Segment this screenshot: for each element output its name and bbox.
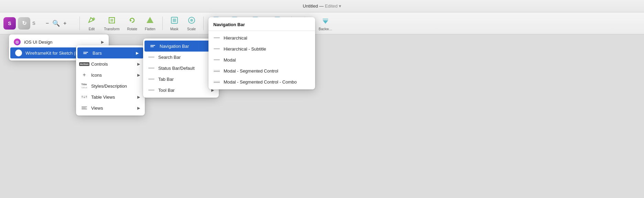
controls-label: Controls — [91, 62, 134, 67]
flatten-tool[interactable]: Flatten — [141, 14, 159, 32]
search-bar-icon — [148, 54, 155, 60]
wireframe-pink-icon: ◎ — [15, 50, 22, 56]
table-views-icon — [81, 94, 88, 100]
icons-item[interactable]: + Icons ▶ — [76, 69, 145, 80]
modal-icon — [213, 56, 220, 63]
main-toolbar: S ↻ S − 🔍 + Edit Transform — [0, 12, 644, 34]
modal-segmented-combo-item[interactable]: Modal - Segmented Control - Combo — [208, 76, 315, 87]
navigation-bar-icon — [149, 43, 156, 50]
action-badge: Action — [79, 62, 90, 66]
bars-menu-icon — [82, 50, 89, 56]
search-bar-item[interactable]: Search Bar ▶ — [143, 52, 219, 63]
hierarchical-subtitle-icon — [213, 45, 220, 52]
zoom-minus-button[interactable]: − — [44, 20, 50, 27]
modal-segmented-combo-double-icon — [214, 81, 220, 83]
views-lines-icon — [82, 107, 87, 109]
transform-icon — [107, 15, 117, 26]
edit-icon — [87, 15, 96, 26]
hierarchical-subtitle-label: Hierarchical - Subtitle — [224, 46, 310, 52]
status-bar-line-icon — [148, 68, 154, 68]
svg-marker-4 — [147, 17, 153, 23]
tool-bar-item[interactable]: Tool Bar ▶ — [143, 85, 219, 96]
controls-icon: Action — [81, 60, 88, 67]
styles-label: Styles/Description — [91, 84, 140, 89]
title-chevron[interactable]: ▾ — [339, 3, 341, 9]
nav-bar-header-label: Navigation Bar — [213, 22, 310, 27]
ios-design-label: iOS UI Design — [24, 40, 98, 45]
modal-segmented-combo-icon — [213, 78, 220, 85]
tool-bar-line-icon — [148, 90, 154, 90]
zoom-plus-button[interactable]: + — [62, 20, 68, 27]
svg-rect-22 — [323, 19, 328, 20]
toolbar-separator-1 — [79, 16, 80, 30]
status-bar-label: Status Bar/Default — [158, 66, 214, 71]
modal-label: Modal — [224, 57, 310, 63]
tool-bar-icon — [148, 87, 155, 94]
modal-segmented-item[interactable]: Modal - Segmented Control — [208, 65, 315, 76]
wireframe-icon: ◎ — [15, 50, 22, 56]
icons-label: Icons — [91, 73, 134, 78]
nav-bar-submenu: Navigation Bar Hierarchical Hierarchical… — [208, 17, 315, 89]
backward-label: Backw… — [319, 27, 332, 31]
tab-bar-label: Tab Bar — [158, 77, 208, 82]
app-icon[interactable]: S — [3, 17, 16, 30]
svg-rect-6 — [173, 19, 176, 22]
table-views-label: Table Views — [91, 95, 134, 100]
nav-bar-header-item: Navigation Bar — [208, 19, 315, 29]
hierarchical-label: Hierarchical — [224, 35, 310, 41]
svg-marker-3 — [130, 20, 132, 22]
modal-segmented-icon — [213, 67, 220, 74]
tab-bar-item[interactable]: Tab Bar ▶ — [143, 74, 219, 85]
search-bar-line-icon — [148, 57, 154, 57]
table-grid-icon — [82, 96, 87, 98]
table-views-item[interactable]: Table Views ▶ — [76, 91, 145, 102]
rotate-tool[interactable]: Rotate — [124, 14, 141, 32]
tool-bar-label: Tool Bar — [158, 88, 208, 93]
modal-line-icon — [214, 59, 220, 60]
mask-tools: Mask Scale — [166, 14, 200, 32]
scale-label: Scale — [187, 27, 196, 31]
navigation-bar-item[interactable]: Navigation Bar ▶ — [144, 41, 217, 52]
menu-system: ◎ iOS UI Design ▶ ◎ WireframeKit for Ske… — [9, 34, 109, 60]
categories-menu: Bars ▶ Action Controls ▶ + Icons ▶ Title… — [76, 45, 145, 116]
modal-segmented-label: Modal - Segmented Control — [224, 68, 310, 74]
bars-lines-icon — [83, 52, 88, 54]
bars-submenu: Navigation Bar ▶ Search Bar ▶ Status Bar… — [143, 38, 219, 98]
hierarchical-subtitle-line-icon — [214, 48, 220, 49]
toolbar-left-section: S ↻ S − 🔍 + — [3, 17, 71, 30]
views-icon — [81, 104, 88, 111]
pink-circle-icon: ◎ — [14, 38, 21, 45]
views-item[interactable]: Views ▶ — [76, 102, 145, 113]
transform-tool[interactable]: Transform — [100, 14, 123, 32]
flatten-icon — [145, 15, 155, 26]
hierarchical-subtitle-item[interactable]: Hierarchical - Subtitle — [208, 43, 315, 54]
edit-tool[interactable]: Edit — [83, 14, 100, 32]
controls-arrow: ▶ — [137, 62, 140, 66]
controls-item[interactable]: Action Controls ▶ — [76, 58, 145, 69]
modal-item[interactable]: Modal — [208, 54, 315, 65]
rotate-icon — [127, 15, 137, 26]
linked-icon[interactable]: ↻ — [18, 17, 30, 30]
backward-tool[interactable]: Backw… — [315, 14, 335, 32]
bars-label: Bars — [93, 51, 132, 56]
icons-icon: + — [81, 72, 88, 78]
styles-item[interactable]: Title Value Styles/Description — [76, 80, 145, 91]
svg-point-0 — [92, 18, 95, 20]
nav-bar-lines-icon — [150, 45, 155, 47]
navigation-bar-label: Navigation Bar — [160, 44, 206, 49]
ios-design-arrow: ▶ — [101, 40, 104, 44]
edit-label: Edit — [89, 27, 95, 31]
scale-tool[interactable]: Scale — [183, 14, 200, 32]
backward-icon — [321, 15, 330, 26]
mask-tool[interactable]: Mask — [166, 14, 183, 32]
title-bar: Untitled — Edited ▾ — [0, 0, 644, 12]
hierarchical-line-icon — [214, 37, 220, 38]
hierarchical-item[interactable]: Hierarchical — [208, 32, 315, 43]
styles-icon: Title Value — [81, 82, 88, 89]
zoom-icon[interactable]: 🔍 — [51, 19, 61, 28]
status-bar-item[interactable]: Status Bar/Default — [143, 63, 219, 74]
ios-design-icon: ◎ — [14, 38, 21, 45]
search-bar-label: Search Bar — [158, 55, 208, 60]
bars-item[interactable]: Bars ▶ — [77, 47, 143, 58]
table-views-arrow: ▶ — [137, 95, 140, 99]
